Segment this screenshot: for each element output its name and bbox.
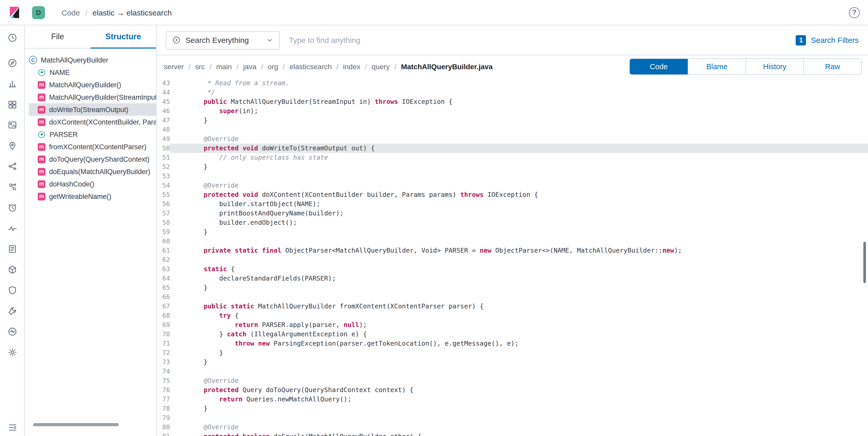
nav-item-machine-learning[interactable] xyxy=(2,157,23,176)
code-line-52[interactable]: 52 } xyxy=(157,162,868,172)
code-line-72[interactable]: 72 } xyxy=(157,348,868,357)
code-line-56[interactable]: 56 builder.startObject(NAME); xyxy=(157,199,868,209)
code-line-66[interactable]: 66 xyxy=(157,292,868,302)
code-line-81[interactable]: 81 protected boolean doEquals(MatchAllQu… xyxy=(157,432,868,436)
structure-item-matchallquerybuilder[interactable]: CMatchAllQueryBuilder xyxy=(29,54,156,66)
path-segment-src[interactable]: src xyxy=(195,62,205,70)
code-line-63[interactable]: 63 static { xyxy=(157,264,868,274)
path-segment-server[interactable]: server xyxy=(164,62,184,70)
structure-item-matchallquerybuilder-streaminput[interactable]: mMatchAllQueryBuilder(StreamInput) xyxy=(29,91,156,103)
structure-item-dowriteto-streamoutput[interactable]: mdoWriteTo(StreamOutput) xyxy=(29,103,156,116)
nav-item-logs[interactable] xyxy=(2,239,23,259)
nav-item-infrastructure[interactable] xyxy=(2,260,23,279)
nav-item-discover[interactable] xyxy=(2,53,23,73)
code-line-74[interactable]: 74 xyxy=(157,367,868,376)
code-line-78[interactable]: 78 } xyxy=(157,404,868,413)
line-number: 70 xyxy=(157,330,170,339)
code-line-54[interactable]: 54 @Override xyxy=(157,181,868,190)
nav-item-monitoring[interactable] xyxy=(2,322,23,341)
structure-item-name[interactable]: NAME xyxy=(29,66,156,79)
editor-scrollbar[interactable] xyxy=(863,242,866,283)
code-line-46[interactable]: 46 super(in); xyxy=(157,106,868,116)
search-filters-button[interactable]: 1 Search Filters xyxy=(796,35,859,45)
path-segment-main[interactable]: main xyxy=(216,62,232,70)
view-button-history[interactable]: History xyxy=(746,59,803,74)
code-line-45[interactable]: 45 public MatchAllQueryBuilder(StreamInp… xyxy=(157,97,868,106)
nav-item-dev-tools[interactable] xyxy=(2,301,23,321)
nav-item-management[interactable] xyxy=(2,342,23,362)
code-line-61[interactable]: 61 private static final ObjectParser<Mat… xyxy=(157,246,868,255)
code-line-69[interactable]: 69 return PARSER.apply(parser, null); xyxy=(157,320,868,330)
nav-item-apm[interactable] xyxy=(2,219,23,238)
code-line-76[interactable]: 76 protected Query doToQuery(QueryShardC… xyxy=(157,385,868,395)
code-line-47[interactable]: 47 } xyxy=(157,116,868,125)
code-line-50[interactable]: 50 protected void doWriteTo(StreamOutput… xyxy=(157,144,868,153)
code-line-73[interactable]: 73 } xyxy=(157,357,868,367)
nav-item-maps[interactable] xyxy=(2,136,23,155)
search-scope-select[interactable]: Search Everything xyxy=(166,31,280,49)
nav-item-recently-viewed[interactable] xyxy=(2,28,23,48)
space-avatar[interactable]: D xyxy=(32,6,45,19)
nav-item-dashboard[interactable] xyxy=(2,95,23,114)
code-line-57[interactable]: 57 printBoostAndQueryName(builder); xyxy=(157,209,868,218)
path-segment-query[interactable]: query xyxy=(372,62,390,70)
breadcrumb-repo[interactable]: elastic → elasticsearch xyxy=(92,8,172,17)
code-line-79[interactable]: 79 xyxy=(157,413,868,423)
code-line-64[interactable]: 64 declareStandardFields(PARSER); xyxy=(157,274,868,283)
code-line-53[interactable]: 53 xyxy=(157,172,868,181)
code-line-77[interactable]: 77 return Queries.newMatchAllQuery(); xyxy=(157,395,868,404)
nav-item-canvas[interactable] xyxy=(2,115,23,135)
line-number: 77 xyxy=(157,395,170,404)
code-line-58[interactable]: 58 builder.endObject(); xyxy=(157,218,868,227)
structure-item-fromxcontent-xcontentparser[interactable]: mfromXContent(XContentParser) xyxy=(29,141,156,153)
nav-item-uptime[interactable] xyxy=(2,198,23,217)
path-segment-java[interactable]: java xyxy=(243,62,256,70)
code-editor[interactable]: 43 * Read from a stream.44 */45 public M… xyxy=(157,77,868,436)
code-line-55[interactable]: 55 protected void doXContent(XContentBui… xyxy=(157,190,868,199)
sidebar-horizontal-scrollbar[interactable] xyxy=(33,423,119,426)
structure-item-getwriteablename[interactable]: mgetWriteableName() xyxy=(29,190,156,203)
structure-item-dohashcode[interactable]: mdoHashCode() xyxy=(29,178,156,190)
code-line-67[interactable]: 67 public static MatchAllQueryBuilder fr… xyxy=(157,302,868,311)
code-line-68[interactable]: 68 try { xyxy=(157,311,868,320)
tab-structure[interactable]: Structure xyxy=(90,25,156,48)
code-line-71[interactable]: 71 throw new ParsingException(parser.get… xyxy=(157,339,868,348)
breadcrumb-app[interactable]: Code xyxy=(61,8,80,17)
path-segment-index[interactable]: index xyxy=(343,62,361,70)
structure-item-parser[interactable]: PARSER xyxy=(29,128,156,141)
tab-file[interactable]: File xyxy=(25,25,90,48)
view-button-raw[interactable]: Raw xyxy=(803,59,861,74)
path-separator: / xyxy=(395,62,397,70)
view-button-code[interactable]: Code xyxy=(630,59,688,74)
structure-item-doequals-matchallquerybuilder[interactable]: mdoEquals(MatchAllQueryBuilder) xyxy=(29,165,156,178)
view-button-blame[interactable]: Blame xyxy=(688,59,746,74)
nav-item-visualize[interactable] xyxy=(2,74,23,94)
path-segment-org[interactable]: org xyxy=(268,62,278,70)
nav-item-graph[interactable] xyxy=(2,177,23,197)
help-button[interactable]: ? xyxy=(849,7,860,18)
code-line-62[interactable]: 62 xyxy=(157,255,868,264)
structure-item-matchallquerybuilder[interactable]: mMatchAllQueryBuilder() xyxy=(29,79,156,91)
code-line-80[interactable]: 80 @Override xyxy=(157,423,868,432)
structure-item-dotoquery-queryshardcontext[interactable]: mdoToQuery(QueryShardContext) xyxy=(29,153,156,165)
path-segment-elasticsearch[interactable]: elasticsearch xyxy=(289,62,332,70)
path-segment-matchallquerybuilder-java[interactable]: MatchAllQueryBuilder.java xyxy=(401,62,493,70)
collapse-nav-button[interactable] xyxy=(0,423,25,432)
search-input[interactable] xyxy=(288,31,788,49)
code-line-59[interactable]: 59 } xyxy=(157,227,868,237)
structure-item-doxcontent-xcontentbuilder-params[interactable]: mdoXContent(XContentBuilder, Params) xyxy=(29,116,156,128)
code-line-60[interactable]: 60 xyxy=(157,237,868,246)
code-line-75[interactable]: 75 @Override xyxy=(157,376,868,385)
code-line-65[interactable]: 65 } xyxy=(157,283,868,292)
code-line-51[interactable]: 51 // only superclass has state xyxy=(157,153,868,162)
code-line-48[interactable]: 48 xyxy=(157,125,868,134)
code-line-70[interactable]: 70 } catch (IllegalArgumentException e) … xyxy=(157,330,868,339)
code-line-49[interactable]: 49 @Override xyxy=(157,134,868,144)
code-line-43[interactable]: 43 * Read from a stream. xyxy=(157,79,868,88)
code-line-44[interactable]: 44 */ xyxy=(157,88,868,97)
kibana-logo[interactable] xyxy=(8,6,21,19)
nav-item-siem[interactable] xyxy=(2,281,23,300)
line-number: 69 xyxy=(157,320,170,330)
code-text: } xyxy=(170,283,868,292)
code-text: @Override xyxy=(170,181,868,190)
